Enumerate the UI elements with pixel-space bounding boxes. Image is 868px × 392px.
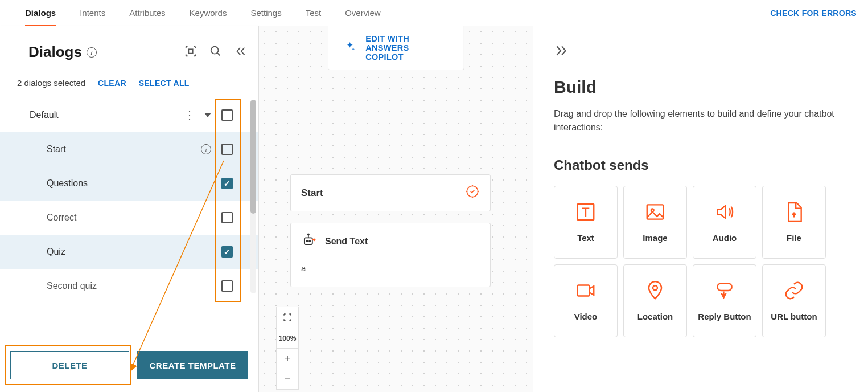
dialog-row-questions[interactable]: Questions [0,166,258,201]
element-location[interactable]: Location [623,264,687,337]
bot-icon [301,232,317,251]
copilot-label: EDIT WITH ANSWERS COPILOT [365,34,448,62]
expand-panel-icon[interactable] [554,43,569,60]
element-label: Audio [713,233,737,243]
dialog-list-scrollbar[interactable] [250,100,256,293]
start-node-label: Start [301,187,323,199]
select-all-button[interactable]: SELECT ALL [139,79,190,88]
svg-point-18 [653,285,657,290]
svg-point-13 [309,240,310,242]
svg-point-1 [211,46,219,54]
dialog-row-quiz[interactable]: Quiz [0,235,258,269]
info-icon[interactable]: i [87,47,97,58]
start-node[interactable]: Start [290,174,491,211]
tabs-bar: Dialogs Intents Attributes Keywords Sett… [0,0,868,26]
zoom-percentage: 100% [277,328,298,348]
audio-icon [714,201,735,225]
tab-keywords[interactable]: Keywords [190,0,227,26]
svg-rect-19 [717,283,731,291]
page-title: Dialogs i [28,43,97,61]
element-url-button[interactable]: URL button [762,264,826,337]
svg-line-2 [217,52,220,55]
send-text-body: a [301,263,480,273]
element-label: URL button [771,312,817,322]
checkbox-correct[interactable] [221,212,233,223]
text-icon [575,201,597,225]
svg-rect-0 [188,49,192,53]
element-label: File [787,233,801,243]
section-title: Chatbot sends [554,157,848,173]
selection-bar: 2 dialogs selected CLEAR SELECT ALL [0,72,258,98]
send-text-title: Send Text [325,236,368,247]
left-panel: Dialogs i [0,26,259,392]
tab-intents[interactable]: Intents [80,0,105,26]
check-for-errors-link[interactable]: CHECK FOR ERRORS [770,9,857,18]
dialog-row-second-quiz[interactable]: Second quiz [0,269,258,303]
search-icon[interactable] [209,45,222,60]
dialog-row-correct[interactable]: Correct [0,201,258,235]
copilot-bar[interactable]: EDIT WITH ANSWERS COPILOT [327,26,464,70]
checkbox-quiz[interactable] [221,246,233,258]
tab-attributes[interactable]: Attributes [129,0,165,26]
tab-settings[interactable]: Settings [250,0,281,26]
info-icon[interactable]: i [201,144,211,154]
element-label: Reply Button [698,312,751,322]
left-header: Dialogs i [0,26,258,72]
sparkle-icon [344,41,355,55]
svg-point-12 [306,240,307,242]
element-grid: Text Image Audio File [554,186,848,337]
collapse-icon[interactable] [235,45,247,60]
url-button-icon [783,280,805,304]
selected-count: 2 dialogs selected [17,78,85,88]
delete-button[interactable]: DELETE [10,351,129,379]
checkbox-default[interactable] [221,109,233,121]
element-label: Text [577,233,594,243]
kebab-icon[interactable]: ⋮ [184,108,194,122]
file-icon [783,201,805,225]
image-icon [644,201,666,225]
zoom-fit-icon[interactable] [277,307,298,328]
zoom-in-button[interactable]: + [277,348,298,369]
zoom-out-button[interactable]: − [277,369,298,389]
checkbox-start[interactable] [221,144,233,155]
right-panel: Build Drag and drop the following elemen… [533,26,868,392]
element-label: Video [574,312,598,322]
dialog-list: Default ⋮ Start i Questions [0,98,258,303]
left-footer: DELETE CREATE TEMPLATE [0,341,258,392]
video-icon [575,280,597,304]
element-reply-button[interactable]: Reply Button [693,264,756,337]
tab-test[interactable]: Test [306,0,322,26]
checkbox-questions[interactable] [221,178,233,189]
build-title: Build [554,77,848,97]
tab-overview[interactable]: Overview [345,0,381,26]
checkbox-second-quiz[interactable] [221,280,233,292]
element-file[interactable]: File [762,186,826,259]
send-text-node[interactable]: Send Text a [290,223,491,287]
group-label: Default [30,110,59,120]
tab-dialogs[interactable]: Dialogs [25,0,56,26]
reply-button-icon [714,280,735,304]
svg-rect-15 [647,205,664,219]
zoom-control: 100% + − [276,307,299,390]
canvas[interactable]: EDIT WITH ANSWERS COPILOT Start [259,26,533,392]
svg-rect-9 [305,238,312,244]
create-template-button[interactable]: CREATE TEMPLATE [137,351,248,379]
element-video[interactable]: Video [554,264,618,337]
element-audio[interactable]: Audio [693,186,756,259]
page-title-text: Dialogs [28,43,82,61]
element-label: Location [637,312,673,322]
selection-frame-icon[interactable] [184,45,197,60]
dialog-label: Start [47,144,66,154]
build-description: Drag and drop the following elements to … [554,107,848,134]
dialog-group-default[interactable]: Default ⋮ [0,98,258,132]
divider [0,315,258,315]
header-icons [184,45,247,60]
element-text[interactable]: Text [554,186,618,259]
dialog-row-start[interactable]: Start i [0,132,258,166]
caret-down-icon[interactable] [204,113,211,117]
element-image[interactable]: Image [623,186,687,259]
dialog-label: Correct [47,213,76,223]
content: Dialogs i [0,26,868,392]
location-icon [644,280,666,304]
clear-button[interactable]: CLEAR [98,79,126,88]
